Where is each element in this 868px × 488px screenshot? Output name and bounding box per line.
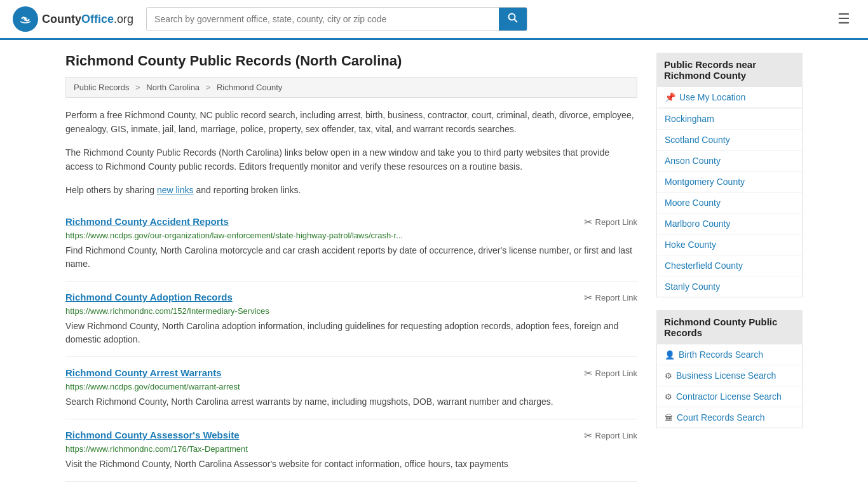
breadcrumb-richmond-county[interactable]: Richmond County <box>217 83 282 92</box>
records-list: Richmond County Accident Reports ✂ Repor… <box>65 206 637 482</box>
report-link-0[interactable]: ✂ Report Link <box>584 216 637 228</box>
sidebar-record-link-2[interactable]: ⚙Contractor License Search <box>657 386 802 407</box>
report-link-2[interactable]: ✂ Report Link <box>584 367 637 379</box>
search-bar <box>146 7 527 31</box>
sidebar-nearby-item-7[interactable]: Chesterfield County <box>657 255 802 276</box>
scissors-icon: ✂ <box>584 292 592 304</box>
sidebar-nearby-section: Public Records near Richmond County 📌 Us… <box>656 53 803 297</box>
sidebar-records-list: 👤Birth Records Search ⚙Business License … <box>656 344 803 428</box>
record-title-0[interactable]: Richmond County Accident Reports <box>65 216 229 227</box>
sidebar-records-section: Richmond County Public Records 👤Birth Re… <box>656 310 803 428</box>
breadcrumb-north-carolina[interactable]: North Carolina <box>146 83 200 92</box>
record-item: Richmond County Arrest Warrants ✂ Report… <box>65 357 637 419</box>
sidebar-nearby-link-5[interactable]: Marlboro County <box>657 214 802 234</box>
report-label: Report Link <box>595 369 637 378</box>
sidebar-nearby-list: 📌 Use My Location RockinghamScotland Cou… <box>656 87 803 297</box>
record-item: Richmond County Adoption Records ✂ Repor… <box>65 281 637 357</box>
record-header: Richmond County Adoption Records ✂ Repor… <box>65 292 637 304</box>
sidebar-record-link-3[interactable]: 🏛Court Records Search <box>657 407 802 428</box>
report-label: Report Link <box>595 431 637 440</box>
record-title-2[interactable]: Richmond County Arrest Warrants <box>65 367 222 378</box>
content-area: Richmond County Public Records (North Ca… <box>65 53 637 482</box>
sidebar-record-link-1[interactable]: ⚙Business License Search <box>657 365 802 386</box>
description-3: Help others by sharing new links and rep… <box>65 183 637 197</box>
svg-point-1 <box>24 17 27 21</box>
new-links-link[interactable]: new links <box>157 185 194 195</box>
record-title-1[interactable]: Richmond County Adoption Records <box>65 292 233 302</box>
description-1: Perform a free Richmond County, NC publi… <box>65 108 637 137</box>
sidebar-nearby-item-3[interactable]: Montgomery County <box>657 172 802 193</box>
sidebar-nearby-link-0[interactable]: Rockingham <box>657 109 802 129</box>
record-desc-1: View Richmond County, North Carolina ado… <box>65 320 637 346</box>
sidebar-record-icon-3: 🏛 <box>665 413 673 423</box>
sidebar-nearby-link-2[interactable]: Anson County <box>657 151 802 171</box>
record-item: Richmond County Accident Reports ✂ Repor… <box>65 206 637 281</box>
header-right: ☰ <box>832 8 855 30</box>
use-location-link[interactable]: 📌 Use My Location <box>657 87 802 108</box>
sidebar-nearby-link-6[interactable]: Hoke County <box>657 234 802 255</box>
records-items-container: 👤Birth Records Search ⚙Business License … <box>657 344 802 428</box>
svg-line-3 <box>515 20 518 23</box>
use-location-label: Use My Location <box>679 92 745 102</box>
record-item: Richmond County Assessor's Website ✂ Rep… <box>65 419 637 482</box>
use-location-item[interactable]: 📌 Use My Location <box>657 87 802 109</box>
svg-point-2 <box>509 14 515 20</box>
record-url-0[interactable]: https://www.ncdps.gov/our-organization/l… <box>65 231 637 240</box>
report-label: Report Link <box>595 293 637 302</box>
sidebar-nearby-link-4[interactable]: Moore County <box>657 193 802 213</box>
nearby-items-container: RockinghamScotland CountyAnson CountyMon… <box>657 109 802 297</box>
sidebar-record-link-0[interactable]: 👤Birth Records Search <box>657 344 802 365</box>
record-url-1[interactable]: https://www.richmondnc.com/152/Intermedi… <box>65 306 637 316</box>
sidebar-nearby-link-7[interactable]: Chesterfield County <box>657 255 802 276</box>
scissors-icon: ✂ <box>584 430 592 442</box>
sidebar-nearby-link-8[interactable]: Stanly County <box>657 276 802 297</box>
record-desc-3: Visit the Richmond County, North Carolin… <box>65 458 637 471</box>
record-url-3[interactable]: https://www.richmondnc.com/176/Tax-Depar… <box>65 444 637 454</box>
sidebar-nearby-item-5[interactable]: Marlboro County <box>657 214 802 234</box>
breadcrumb-public-records[interactable]: Public Records <box>74 83 129 92</box>
logo-text: CountyOffice.org <box>42 13 133 26</box>
search-button[interactable] <box>499 8 527 30</box>
record-url-2[interactable]: https://www.ncdps.gov/document/warrant-a… <box>65 382 637 391</box>
sidebar-records-header: Richmond County Public Records <box>656 310 803 344</box>
description-2: The Richmond County Public Records (Nort… <box>65 146 637 174</box>
description-3-pre: Help others by sharing <box>65 185 157 195</box>
scissors-icon: ✂ <box>584 216 592 228</box>
sidebar-nearby-item-0[interactable]: Rockingham <box>657 109 802 130</box>
main-container: Richmond County Public Records (North Ca… <box>53 40 815 488</box>
sidebar-nearby-item-4[interactable]: Moore County <box>657 193 802 214</box>
sidebar-record-item-2[interactable]: ⚙Contractor License Search <box>657 386 802 407</box>
report-link-3[interactable]: ✂ Report Link <box>584 430 637 442</box>
sidebar-nearby-item-6[interactable]: Hoke County <box>657 234 802 255</box>
sidebar-record-item-0[interactable]: 👤Birth Records Search <box>657 344 802 365</box>
record-header: Richmond County Arrest Warrants ✂ Report… <box>65 367 637 379</box>
report-label: Report Link <box>595 217 637 227</box>
page-title: Richmond County Public Records (North Ca… <box>65 53 637 69</box>
sidebar-record-item-3[interactable]: 🏛Court Records Search <box>657 407 802 428</box>
sidebar-nearby-item-1[interactable]: Scotland County <box>657 130 802 151</box>
logo-icon <box>13 6 38 32</box>
logo-link[interactable]: CountyOffice.org <box>13 6 133 32</box>
description-3-post: and reporting broken links. <box>194 185 301 195</box>
sidebar-nearby-link-3[interactable]: Montgomery County <box>657 172 802 192</box>
pin-icon: 📌 <box>665 92 675 102</box>
record-desc-2: Search Richmond County, North Carolina a… <box>65 395 637 409</box>
sidebar-nearby-item-8[interactable]: Stanly County <box>657 276 802 297</box>
menu-button[interactable]: ☰ <box>832 8 855 30</box>
sidebar-nearby-header: Public Records near Richmond County <box>656 53 803 87</box>
search-input[interactable] <box>147 8 499 30</box>
report-link-1[interactable]: ✂ Report Link <box>584 292 637 304</box>
sidebar-nearby-item-2[interactable]: Anson County <box>657 151 802 172</box>
breadcrumb-sep-2: > <box>206 83 213 92</box>
logo-tld: .org <box>114 13 133 25</box>
record-header: Richmond County Accident Reports ✂ Repor… <box>65 216 637 228</box>
sidebar-record-icon-2: ⚙ <box>665 392 672 402</box>
breadcrumb: Public Records > North Carolina > Richmo… <box>65 77 637 98</box>
sidebar: Public Records near Richmond County 📌 Us… <box>656 53 803 482</box>
record-title-3[interactable]: Richmond County Assessor's Website <box>65 430 240 440</box>
sidebar-record-item-1[interactable]: ⚙Business License Search <box>657 365 802 386</box>
record-desc-0: Find Richmond County, North Carolina mot… <box>65 244 637 271</box>
sidebar-record-icon-0: 👤 <box>665 350 675 360</box>
sidebar-nearby-link-1[interactable]: Scotland County <box>657 130 802 150</box>
record-header: Richmond County Assessor's Website ✂ Rep… <box>65 430 637 442</box>
